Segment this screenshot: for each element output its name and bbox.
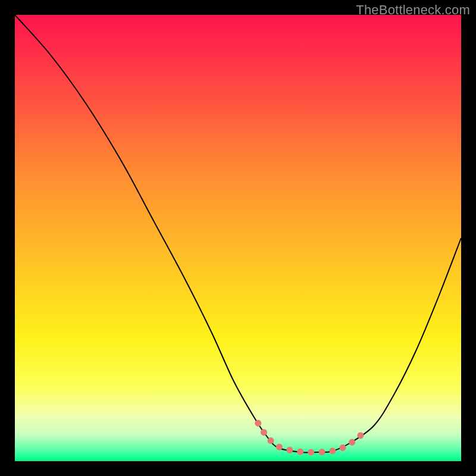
- bottleneck-highlight: [258, 423, 363, 452]
- bottleneck-curve: [15, 15, 461, 453]
- curve-svg: [15, 15, 461, 461]
- chart-frame: TheBottleneck.com: [0, 0, 476, 476]
- gradient-plot-area: [15, 15, 461, 461]
- watermark-text: TheBottleneck.com: [356, 2, 470, 18]
